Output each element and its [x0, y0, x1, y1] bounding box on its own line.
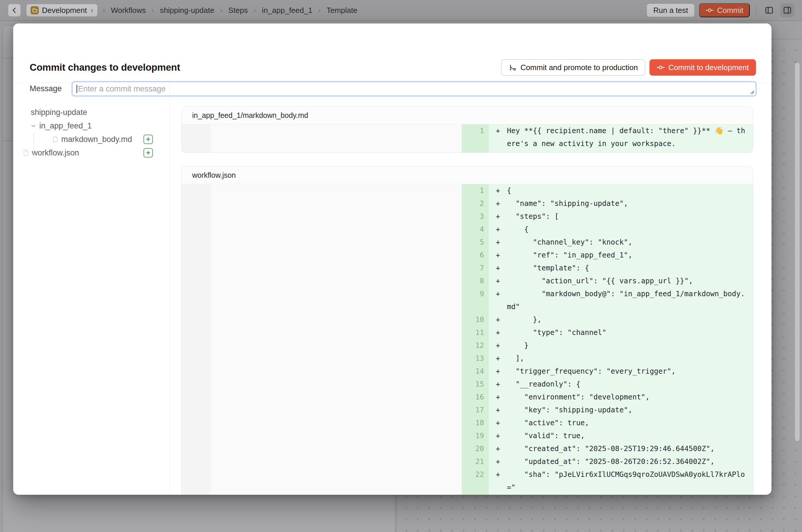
breadcrumb-item[interactable]: Workflows — [111, 6, 146, 15]
diff-old-code — [211, 416, 462, 429]
diff-added-sign: + — [496, 125, 507, 150]
diff-line: 16+ "environment": "development", — [182, 391, 753, 403]
breadcrumb-item[interactable]: Steps — [228, 6, 248, 15]
diff-added-sign: + — [496, 313, 507, 326]
diff-line-number: 3 — [462, 210, 489, 223]
chevron-right-icon: › — [91, 6, 93, 15]
diff-line-number: 18 — [462, 416, 489, 429]
diff-old-gutter — [182, 455, 211, 468]
diff-line-number: 6 — [462, 249, 489, 262]
diff-line-number: 5 — [462, 236, 489, 249]
diff-panel: workflow.json1+{2+ "name": "shipping-upd… — [181, 166, 753, 495]
file-added-badge: + — [144, 148, 153, 157]
diff-new-code: + { — [489, 223, 753, 236]
diff-added-sign: + — [496, 197, 507, 210]
diff-line-text: }, — [507, 313, 749, 326]
back-button[interactable] — [7, 3, 21, 17]
environment-folder-icon — [31, 6, 39, 14]
diff-line-number: 8 — [462, 274, 489, 287]
diff-line: 21+ "updated_at": "2025-08-26T20:26:52.3… — [182, 455, 753, 468]
diff-line-text: "created_at": "2025-08-25T19:29:46.64450… — [507, 442, 749, 455]
diff-line-number: 16 — [462, 391, 489, 403]
breadcrumb-separator: › — [254, 6, 256, 14]
diff-old-gutter — [182, 197, 211, 210]
commit-to-development-button[interactable]: Commit to development — [650, 59, 756, 76]
diff-added-sign: + — [496, 494, 507, 495]
tree-root-item[interactable]: shipping-update — [13, 106, 170, 119]
diff-line-number: 20 — [462, 442, 489, 455]
diff-new-code: + "updated_at": "2025-08-26T20:26:52.364… — [489, 455, 753, 468]
diff-old-code — [211, 236, 462, 249]
tree-file-item[interactable]: workflow.json + — [13, 146, 170, 159]
diff-body: 1+Hey **{{ recipient.name | default: "th… — [182, 125, 753, 152]
diff-old-gutter — [182, 378, 211, 391]
diff-old-gutter — [182, 442, 211, 455]
diff-old-code — [211, 125, 462, 150]
diff-added-sign: + — [496, 468, 507, 494]
diff-old-code — [211, 274, 462, 287]
tree-file-item[interactable]: markdown_body.md + — [13, 133, 170, 146]
diff-old-code — [211, 223, 462, 236]
diff-old-gutter — [182, 339, 211, 352]
diff-old-code — [211, 210, 462, 223]
breadcrumb-separator: › — [103, 6, 105, 14]
commit-modal-header: Commit changes to development Commit and… — [13, 23, 771, 83]
diff-old-gutter — [182, 223, 211, 236]
diff-new-code: + "active": true, — [489, 416, 753, 429]
diff-file-header: workflow.json — [182, 167, 753, 184]
diff-new-code: + } — [489, 494, 753, 495]
left-panel-toggle-button[interactable] — [762, 3, 776, 17]
diff-old-gutter — [182, 184, 211, 197]
diff-new-code — [489, 150, 753, 152]
diff-old-code — [211, 442, 462, 455]
diff-old-code — [211, 378, 462, 391]
environment-selector[interactable]: Development › — [26, 3, 98, 17]
diff-new-code: + "ref": "in_app_feed_1", — [489, 249, 753, 262]
diff-line-text: "name": "shipping-update", — [507, 197, 749, 210]
diff-old-code — [211, 455, 462, 468]
diff-line-number: 7 — [462, 262, 489, 274]
diff-old-gutter — [182, 210, 211, 223]
diff-line: 19+ "valid": true, — [182, 429, 753, 442]
diff-line: 13+ ], — [182, 352, 753, 365]
diff-line-number: 14 — [462, 365, 489, 378]
diff-line-number: 19 — [462, 429, 489, 442]
diff-line: 18+ "active": true, — [182, 416, 753, 429]
diff-old-code — [211, 365, 462, 378]
diff-line: 3+ "steps": [ — [182, 210, 753, 223]
breadcrumb-item[interactable]: shipping-update — [160, 6, 214, 15]
diff-old-code — [211, 287, 462, 313]
breadcrumb-item[interactable]: Template — [327, 6, 358, 15]
run-test-button[interactable]: Run a test — [646, 3, 695, 17]
git-commit-icon — [706, 6, 714, 14]
diff-added-sign: + — [496, 236, 507, 249]
chevron-down-icon[interactable] — [30, 122, 37, 129]
diff-old-code — [211, 468, 462, 494]
diff-line-number: 1 — [462, 184, 489, 197]
diff-new-code: + "valid": true, — [489, 429, 753, 442]
chevron-left-icon — [11, 7, 18, 14]
panel-left-icon — [764, 5, 774, 15]
modal-scrollbar-thumb[interactable] — [795, 63, 800, 441]
right-panel-toggle-button[interactable] — [780, 3, 795, 17]
diff-line-text: "key": "shipping-update", — [507, 403, 749, 416]
commit-and-promote-button[interactable]: Commit and promote to production — [501, 59, 645, 76]
diff-new-code: + "channel_key": "knock", — [489, 236, 753, 249]
diff-new-code: + "__readonly": { — [489, 378, 753, 391]
diff-new-code: + "key": "shipping-update", — [489, 403, 753, 416]
diff-old-gutter — [182, 236, 211, 249]
breadcrumb-item[interactable]: in_app_feed_1 — [262, 6, 312, 15]
diff-line: 1+Hey **{{ recipient.name | default: "th… — [182, 125, 753, 150]
diff-line: 2+ "name": "shipping-update", — [182, 197, 753, 210]
tree-folder-item[interactable]: in_app_feed_1 — [13, 119, 170, 133]
diff-new-code: + "steps": [ — [489, 210, 753, 223]
diff-line-number: 13 — [462, 352, 489, 365]
diff-old-gutter — [182, 249, 211, 262]
diff-new-code: + "action_url": "{{ vars.app_url }}", — [489, 274, 753, 287]
diff-line-number: 21 — [462, 455, 489, 468]
diff-added-sign: + — [496, 442, 507, 455]
diff-line-text: "active": true, — [507, 416, 749, 429]
diff-old-code — [211, 249, 462, 262]
diff-line: 9+ "markdown_body@": "in_app_feed_1/mark… — [182, 287, 753, 313]
commit-button[interactable]: Commit — [699, 3, 750, 17]
